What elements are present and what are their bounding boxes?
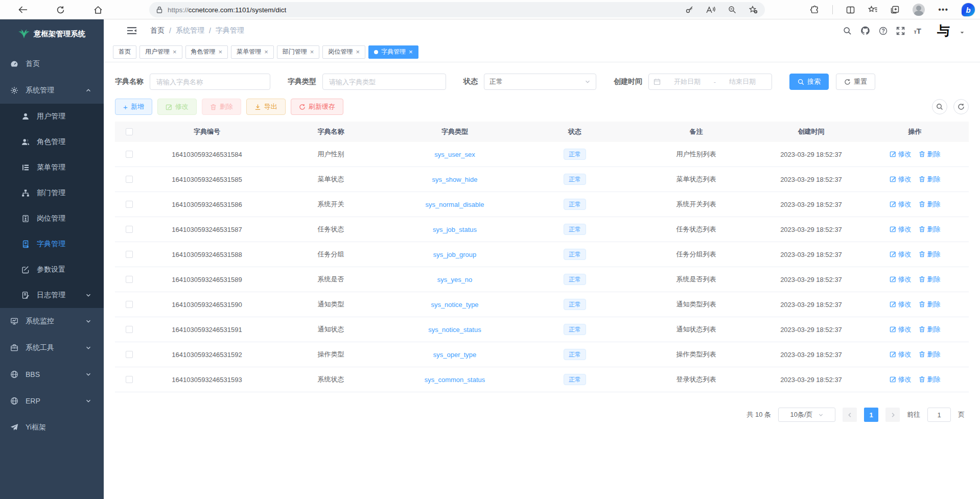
row-edit-button[interactable]: 修改: [890, 175, 912, 184]
dict-type-link[interactable]: sys_notice_status: [428, 326, 481, 334]
refresh-table-button[interactable]: [953, 99, 969, 114]
export-button[interactable]: 导出: [246, 99, 286, 115]
close-tab-icon[interactable]: ×: [264, 49, 268, 55]
home-icon[interactable]: [93, 5, 103, 15]
row-edit-button[interactable]: 修改: [890, 375, 912, 384]
row-checkbox[interactable]: [126, 351, 133, 358]
row-delete-button[interactable]: 删除: [919, 200, 941, 209]
search-button[interactable]: 搜索: [789, 74, 829, 90]
close-tab-icon[interactable]: ×: [219, 49, 223, 55]
row-checkbox[interactable]: [126, 226, 133, 233]
row-checkbox[interactable]: [126, 326, 133, 333]
row-edit-button[interactable]: 修改: [890, 275, 912, 284]
tab-4[interactable]: 部门管理×: [277, 45, 320, 59]
row-edit-button[interactable]: 修改: [890, 200, 912, 209]
sidebar-item-1[interactable]: 系统管理: [0, 77, 104, 104]
tab-5[interactable]: 岗位管理×: [322, 45, 365, 59]
fullscreen-icon[interactable]: [896, 27, 905, 35]
sidebar-toggle-icon[interactable]: [127, 26, 137, 35]
dict-type-link[interactable]: sys_normal_disable: [426, 201, 484, 208]
caret-down-icon[interactable]: [960, 28, 965, 33]
row-delete-button[interactable]: 删除: [919, 175, 941, 184]
search-icon[interactable]: [843, 27, 852, 35]
zoom-out-icon[interactable]: [728, 6, 736, 14]
row-edit-button[interactable]: 修改: [890, 150, 912, 159]
row-delete-button[interactable]: 删除: [919, 275, 941, 284]
row-edit-button[interactable]: 修改: [890, 350, 912, 359]
dict-type-link[interactable]: sys_notice_type: [431, 301, 478, 308]
date-range-picker[interactable]: 开始日期 - 结束日期: [648, 74, 772, 90]
sidebar-item-0[interactable]: 首页: [0, 51, 104, 77]
favorite-add-icon[interactable]: [749, 6, 758, 14]
row-delete-button[interactable]: 删除: [919, 300, 941, 309]
row-edit-button[interactable]: 修改: [890, 225, 912, 234]
dict-type-link[interactable]: sys_user_sex: [434, 151, 475, 158]
tab-2[interactable]: 角色管理×: [185, 45, 228, 59]
sidebar-item-12[interactable]: BBS: [0, 361, 104, 388]
profile-avatar[interactable]: [913, 4, 925, 16]
select-all-checkbox[interactable]: [126, 128, 133, 135]
dict-type-link[interactable]: sys_job_status: [433, 226, 477, 233]
page-size-select[interactable]: 10条/页: [778, 408, 835, 422]
status-select[interactable]: 正常: [484, 74, 596, 90]
row-delete-button[interactable]: 删除: [919, 325, 941, 334]
sidebar-item-7[interactable]: 字典管理: [0, 231, 104, 257]
tab-6[interactable]: 字典管理×: [368, 45, 418, 59]
tab-0[interactable]: 首页: [113, 45, 136, 59]
url-text[interactable]: https://ccnetcore.com:1101/system/dict: [168, 6, 685, 14]
close-tab-icon[interactable]: ×: [173, 49, 177, 55]
row-checkbox[interactable]: [126, 176, 133, 183]
close-tab-icon[interactable]: ×: [409, 49, 413, 55]
row-edit-button[interactable]: 修改: [890, 325, 912, 334]
yi-logo[interactable]: 与: [937, 25, 950, 37]
breadcrumb-home[interactable]: 首页: [150, 26, 165, 35]
sidebar-item-8[interactable]: 参数设置: [0, 257, 104, 282]
collections-icon[interactable]: [891, 6, 899, 14]
app-logo[interactable]: 意框架管理系统: [0, 19, 104, 49]
row-edit-button[interactable]: 修改: [890, 250, 912, 259]
tab-3[interactable]: 菜单管理×: [231, 45, 274, 59]
goto-page-input[interactable]: [927, 408, 951, 422]
row-edit-button[interactable]: 修改: [890, 300, 912, 309]
row-checkbox[interactable]: [126, 301, 133, 308]
sidebar-item-10[interactable]: 系统监控: [0, 308, 104, 335]
row-delete-button[interactable]: 删除: [919, 350, 941, 359]
key-icon[interactable]: [685, 6, 693, 14]
close-tab-icon[interactable]: ×: [356, 49, 360, 55]
sidebar-item-9[interactable]: 日志管理: [0, 282, 104, 308]
row-checkbox[interactable]: [126, 151, 133, 158]
row-delete-button[interactable]: 删除: [919, 250, 941, 259]
sidebar-item-5[interactable]: 部门管理: [0, 180, 104, 206]
sidebar-item-3[interactable]: 角色管理: [0, 129, 104, 155]
bing-chat-icon[interactable]: b: [962, 3, 975, 16]
edit-button[interactable]: 修改: [157, 99, 197, 115]
show-search-button[interactable]: [932, 99, 947, 114]
github-icon[interactable]: [860, 26, 870, 35]
row-delete-button[interactable]: 删除: [919, 375, 941, 384]
more-icon[interactable]: •••: [938, 5, 948, 14]
refresh-icon[interactable]: [55, 5, 65, 15]
sidebar-item-13[interactable]: ERP: [0, 388, 104, 414]
help-icon[interactable]: [879, 27, 888, 35]
delete-button[interactable]: 删除: [202, 99, 241, 115]
tab-1[interactable]: 用户管理×: [139, 45, 182, 59]
dict-name-input[interactable]: [150, 74, 270, 90]
reset-button[interactable]: 重置: [836, 74, 875, 90]
next-page-button[interactable]: [885, 408, 900, 422]
sidebar-item-6[interactable]: 岗位管理: [0, 206, 104, 231]
page-number-1[interactable]: 1: [864, 408, 878, 422]
sidebar-item-11[interactable]: 系统工具: [0, 335, 104, 361]
lock-icon[interactable]: [156, 6, 162, 13]
row-delete-button[interactable]: 删除: [919, 150, 941, 159]
close-tab-icon[interactable]: ×: [310, 49, 314, 55]
sidebar-item-14[interactable]: Yi框架: [0, 414, 104, 441]
row-checkbox[interactable]: [126, 201, 133, 208]
favorites-bar-icon[interactable]: [868, 6, 877, 14]
refresh-cache-button[interactable]: 刷新缓存: [291, 99, 343, 115]
dict-type-link[interactable]: sys_yes_no: [437, 276, 473, 283]
split-screen-icon[interactable]: [846, 6, 855, 14]
extensions-icon[interactable]: [810, 6, 819, 14]
dict-type-link[interactable]: sys_oper_type: [433, 351, 477, 359]
dict-type-link[interactable]: sys_common_status: [425, 376, 485, 384]
font-size-icon[interactable]: тT: [914, 27, 921, 35]
